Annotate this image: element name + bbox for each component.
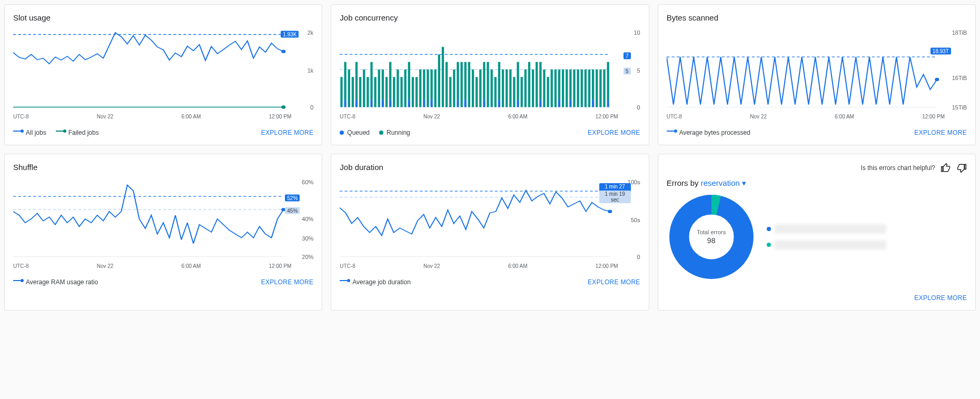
svg-rect-114: [540, 62, 542, 99]
y-tick: 1k: [308, 67, 314, 74]
svg-rect-38: [397, 69, 399, 107]
explore-more-button[interactable]: EXPLORE MORE: [588, 278, 640, 286]
svg-rect-15: [355, 99, 358, 107]
x-tick: UTC-8: [13, 263, 28, 269]
svg-rect-44: [408, 62, 410, 99]
svg-rect-12: [348, 69, 350, 107]
explore-more-button[interactable]: EXPLORE MORE: [914, 294, 967, 302]
svg-rect-28: [378, 69, 380, 107]
svg-rect-66: [449, 77, 451, 107]
thumb-down-icon[interactable]: [956, 163, 967, 173]
svg-rect-98: [509, 69, 511, 107]
svg-rect-76: [468, 62, 470, 107]
legend-item: All jobs: [13, 129, 46, 136]
y-tick: 0: [637, 104, 640, 111]
svg-rect-110: [532, 69, 534, 107]
explore-more-button[interactable]: EXPLORE MORE: [261, 129, 314, 136]
y-tick: 50s: [631, 217, 640, 223]
svg-rect-142: [592, 69, 594, 99]
x-axis: UTC-8 Nov 22 6:00 AM 12:00 PM: [13, 263, 313, 269]
shuffle-legend: Average RAM usage ratio: [13, 278, 98, 286]
slot-usage-title: Slot usage: [13, 13, 313, 22]
donut-center-value: 98: [697, 236, 726, 245]
svg-rect-72: [461, 62, 463, 107]
svg-rect-62: [442, 47, 444, 107]
svg-rect-10: [344, 62, 347, 99]
x-tick: Nov 22: [750, 114, 767, 119]
svg-rect-26: [374, 77, 377, 107]
svg-rect-74: [464, 62, 467, 99]
svg-rect-84: [483, 62, 486, 99]
x-tick: UTC-8: [340, 114, 355, 119]
svg-rect-123: [558, 99, 560, 107]
y-tick: 60%: [302, 179, 313, 185]
x-tick: 12:00 PM: [269, 114, 292, 119]
x-axis: UTC-8 Nov 22 6:00 AM 12:00 PM: [340, 114, 640, 119]
svg-rect-86: [487, 62, 489, 107]
legend-item: Average RAM usage ratio: [13, 278, 98, 286]
svg-rect-122: [555, 69, 557, 107]
legend-item: [767, 225, 886, 233]
svg-rect-70: [457, 62, 459, 99]
svg-rect-16: [355, 62, 358, 99]
y-tick: 40%: [302, 216, 313, 222]
x-tick: 12:00 PM: [596, 263, 618, 269]
legend-label-redacted: [775, 241, 886, 249]
explore-more-button[interactable]: EXPLORE MORE: [914, 129, 967, 136]
svg-rect-116: [543, 69, 546, 107]
thumb-up-icon[interactable]: [941, 163, 951, 173]
svg-rect-56: [431, 69, 433, 99]
errors-dropdown[interactable]: reservation ▾: [701, 178, 746, 187]
svg-rect-46: [412, 77, 414, 107]
explore-more-button[interactable]: EXPLORE MORE: [588, 129, 640, 136]
svg-point-2: [281, 49, 285, 53]
svg-rect-55: [431, 99, 433, 107]
svg-rect-48: [415, 77, 418, 107]
svg-rect-112: [536, 62, 538, 107]
svg-rect-69: [457, 99, 459, 107]
svg-rect-150: [607, 62, 609, 99]
bytes-scanned-title: Bytes scanned: [667, 13, 967, 22]
explore-more-button[interactable]: EXPLORE MORE: [261, 278, 314, 286]
y-tick: 2k: [308, 29, 314, 36]
svg-rect-96: [506, 69, 508, 107]
x-axis: UTC-8 Nov 22 6:00 AM 12:00 PM: [667, 114, 967, 119]
svg-rect-113: [540, 99, 542, 107]
x-tick: 6:00 AM: [508, 114, 528, 119]
svg-rect-50: [419, 69, 421, 107]
value-badge-light: 45%: [285, 207, 300, 214]
value-badge: 7: [623, 53, 631, 59]
svg-rect-68: [453, 69, 456, 107]
svg-rect-140: [588, 69, 590, 107]
x-tick: 6:00 AM: [182, 114, 201, 119]
svg-rect-108: [528, 62, 530, 107]
svg-rect-78: [472, 69, 474, 107]
y-tick: 18TiB: [952, 29, 967, 36]
bytes-scanned-legend: Average bytes processed: [667, 129, 750, 136]
legend-item: Failed jobs: [56, 129, 99, 136]
x-tick: Nov 22: [97, 114, 114, 119]
svg-rect-43: [408, 99, 410, 107]
errors-legend: [767, 225, 886, 249]
value-badge-light: 5: [623, 68, 631, 75]
svg-rect-8: [341, 77, 343, 107]
legend-item: Queued: [340, 129, 370, 136]
svg-rect-60: [438, 54, 440, 107]
svg-rect-20: [363, 69, 365, 107]
svg-rect-138: [585, 69, 587, 107]
y-tick: 0: [637, 254, 640, 260]
svg-rect-52: [423, 69, 425, 99]
svg-rect-64: [446, 62, 448, 107]
x-tick: 12:00 PM: [922, 114, 945, 119]
x-tick: 12:00 PM: [269, 263, 292, 269]
svg-rect-51: [423, 99, 425, 107]
y-tick: 0: [310, 104, 313, 111]
value-badge-light: 1 min 19 sec: [599, 191, 631, 203]
svg-rect-32: [385, 77, 388, 107]
job-concurrency-card: Job concurrency 10 5 0 7 5 UTC-8 Nov 22 …: [331, 4, 649, 145]
svg-rect-54: [427, 69, 429, 107]
svg-rect-33: [389, 99, 391, 107]
job-duration-legend: Average job duration: [340, 278, 411, 286]
svg-rect-120: [551, 69, 553, 107]
job-concurrency-chart: 10 5 0 7 5: [340, 27, 640, 112]
